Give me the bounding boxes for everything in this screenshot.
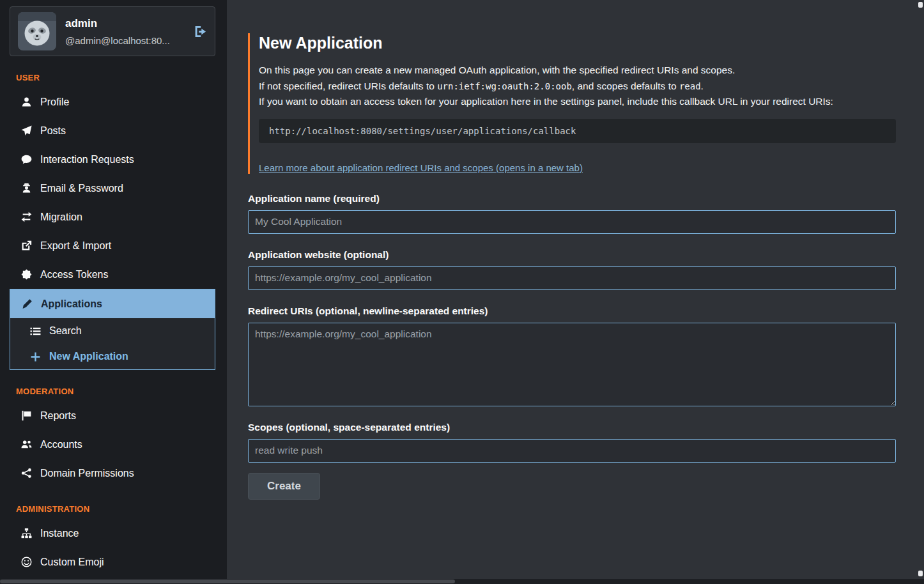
- share-icon: [20, 468, 32, 479]
- sidebar-item-profile[interactable]: Profile: [10, 88, 215, 116]
- intro-line-2: If not specified, redirect URIs defaults…: [259, 79, 896, 95]
- horizontal-scrollbar-thumb[interactable]: [0, 580, 455, 583]
- sidebar-item-label: Access Tokens: [40, 269, 108, 280]
- sidebar-item-label: Domain Permissions: [40, 468, 134, 479]
- new-application-form: Application name (required) Application …: [248, 193, 896, 500]
- section-title-user: USER: [16, 73, 215, 82]
- sidebar-item-domain-permissions[interactable]: Domain Permissions: [10, 459, 215, 488]
- page-title: New Application: [259, 33, 896, 52]
- sidebar-item-applications[interactable]: Applications: [10, 289, 215, 318]
- sidebar-item-access-tokens[interactable]: Access Tokens: [10, 260, 215, 289]
- application-website-label: Application website (optional): [248, 249, 896, 261]
- horizontal-scrollbar[interactable]: [0, 579, 924, 584]
- sidebar: admin @admin@localhost:80... USER Profil…: [0, 0, 227, 584]
- avatar: [18, 12, 56, 50]
- sidebar-item-label: Email & Password: [40, 183, 123, 194]
- user-secret-icon: [20, 183, 32, 194]
- vertical-scrollbar-top[interactable]: [918, 2, 923, 8]
- sidebar-item-reports[interactable]: Reports: [10, 401, 215, 430]
- application-name-input[interactable]: [248, 210, 896, 234]
- user-names: admin @admin@localhost:80...: [65, 17, 185, 46]
- plus-icon: [29, 351, 41, 362]
- learn-more-link[interactable]: Learn more about application redirect UR…: [259, 162, 583, 173]
- sidebar-nav: USER Profile Posts Interaction Requests …: [10, 73, 215, 584]
- intro-line-2-text: .: [701, 81, 704, 91]
- create-button[interactable]: Create: [248, 473, 320, 500]
- sidebar-item-posts[interactable]: Posts: [10, 116, 215, 145]
- redirect-uris-label: Redirect URIs (optional, newline-separat…: [248, 305, 896, 317]
- intro-line-3: If you want to obtain an access token fo…: [259, 94, 896, 110]
- scopes-input[interactable]: [248, 439, 896, 463]
- sidebar-item-search[interactable]: Search: [10, 318, 215, 344]
- application-name-label: Application name (required): [248, 193, 896, 204]
- sidebar-item-label: Search: [49, 325, 82, 337]
- intro-line-2-text: , and scopes defaults to: [572, 81, 679, 91]
- new-application-info-block: New Application On this page you can cre…: [248, 33, 896, 174]
- sidebar-item-new-application[interactable]: New Application: [10, 344, 215, 369]
- list-icon: [29, 326, 41, 337]
- user-card[interactable]: admin @admin@localhost:80...: [10, 6, 215, 56]
- user-name: admin: [65, 17, 185, 30]
- sidebar-item-migration[interactable]: Migration: [10, 203, 215, 231]
- sidebar-item-label: Applications: [41, 298, 102, 310]
- sitemap-icon: [20, 528, 32, 539]
- sidebar-item-label: Posts: [40, 125, 66, 137]
- intro-line-1: On this page you can create a new manage…: [259, 63, 896, 79]
- vertical-scrollbar-bottom[interactable]: [918, 571, 923, 576]
- comment-icon: [20, 154, 32, 165]
- callback-url-code: http://localhost:8080/settings/user/appl…: [259, 119, 896, 143]
- sidebar-item-label: Profile: [40, 96, 69, 108]
- sidebar-item-label: Custom Emoji: [40, 557, 104, 568]
- sidebar-item-label: Reports: [40, 410, 76, 422]
- sidebar-item-custom-emoji[interactable]: Custom Emoji: [10, 548, 215, 576]
- flag-icon: [20, 410, 32, 421]
- inline-code-oob: urn:ietf:wg:oauth:2.0:oob: [437, 81, 572, 91]
- application-website-input[interactable]: [248, 266, 896, 290]
- sidebar-item-interaction-requests[interactable]: Interaction Requests: [10, 145, 215, 174]
- sidebar-item-label: Accounts: [40, 439, 82, 450]
- sidebar-item-label: Export & Import: [40, 240, 111, 252]
- sidebar-item-label: Interaction Requests: [40, 154, 134, 165]
- sign-out-icon[interactable]: [194, 25, 207, 38]
- section-title-moderation: MODERATION: [16, 387, 215, 396]
- sidebar-item-export-import[interactable]: Export & Import: [10, 231, 215, 260]
- sidebar-item-accounts[interactable]: Accounts: [10, 430, 215, 459]
- sidebar-item-email-password[interactable]: Email & Password: [10, 174, 215, 203]
- users-icon: [20, 439, 32, 450]
- export-icon: [20, 240, 32, 251]
- smile-icon: [20, 557, 32, 567]
- section-title-administration: ADMINISTRATION: [16, 504, 215, 514]
- sidebar-item-label: Instance: [40, 528, 79, 539]
- paper-plane-icon: [20, 125, 32, 136]
- exchange-icon: [20, 211, 32, 222]
- certificate-icon: [20, 269, 32, 280]
- user-handle: @admin@localhost:80...: [65, 35, 185, 46]
- sidebar-item-label: Migration: [40, 211, 82, 223]
- applications-submenu: Search New Application: [10, 318, 215, 369]
- sidebar-item-instance[interactable]: Instance: [10, 519, 215, 548]
- inline-code-read: read: [679, 81, 701, 91]
- user-icon: [20, 96, 32, 107]
- pen-icon: [21, 298, 33, 309]
- applications-nav-group: Applications Search New Application: [10, 289, 215, 370]
- sidebar-item-label: New Application: [49, 351, 128, 362]
- intro-line-2-text: If not specified, redirect URIs defaults…: [259, 81, 437, 91]
- redirect-uris-textarea[interactable]: [248, 323, 896, 406]
- scopes-label: Scopes (optional, space-separated entrie…: [248, 422, 896, 433]
- main-content: New Application On this page you can cre…: [227, 0, 924, 584]
